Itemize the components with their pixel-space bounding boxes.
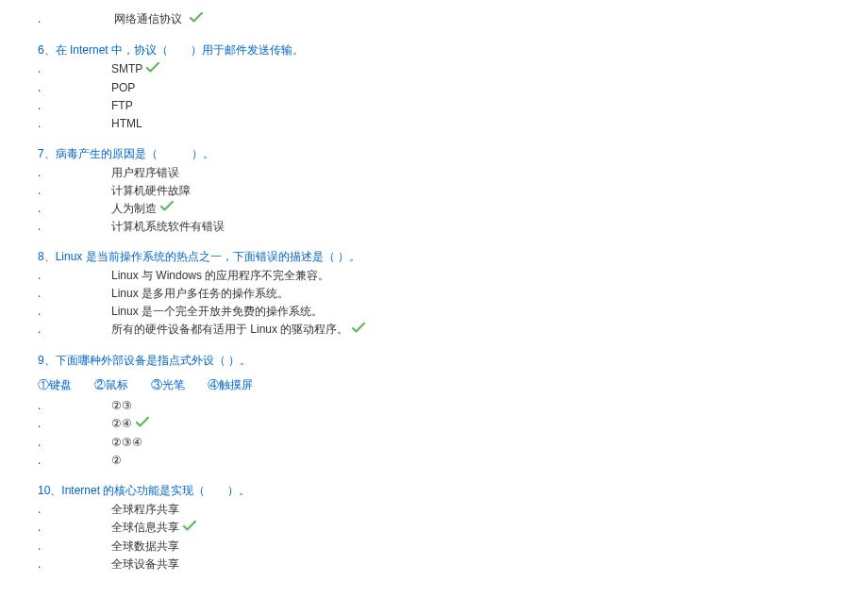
bullet: . — [38, 285, 75, 302]
q6-title: 6、在 Internet 中，协议（ ）用于邮件发送传输。 — [38, 41, 830, 58]
option-text: SMTP — [75, 62, 142, 75]
option-line: .计算机系统软件有错误 — [38, 218, 830, 235]
bullet: . — [38, 60, 75, 77]
bullet: . — [38, 115, 75, 132]
option-line: .②③ — [38, 397, 830, 414]
q8-title: 8、Linux 是当前操作系统的热点之一，下面错误的描述是（ ）。 — [38, 248, 830, 265]
bullet: . — [38, 218, 75, 235]
check-icon — [183, 520, 196, 537]
option-text: ②④ — [75, 417, 132, 430]
option-line: .全球程序共享 — [38, 501, 830, 518]
option-text: 全球程序共享 — [75, 503, 179, 516]
option-text: POP — [75, 81, 135, 94]
q9-subheading: ①键盘 ②鼠标 ③光笔 ④触摸屏 — [38, 376, 830, 393]
bullet: . — [38, 200, 75, 217]
option-text: 人为制造 — [75, 202, 157, 215]
q9-title: 9、下面哪种外部设备是指点式外设（ ）。 — [38, 352, 830, 369]
option-text: ② — [75, 454, 122, 467]
option-line: .Linux 是多用户多任务的操作系统。 — [38, 285, 830, 302]
option-line: .FTP — [38, 97, 830, 114]
check-icon — [146, 61, 159, 78]
option-text: ②③④ — [75, 436, 142, 449]
bullet: . — [38, 321, 75, 338]
option-text: 全球数据共享 — [75, 539, 179, 553]
option-text: 计算机系统软件有错误 — [75, 220, 225, 233]
bullet: . — [38, 538, 75, 555]
option-text: 所有的硬件设备都有适用于 Linux 的驱动程序。 — [75, 323, 348, 336]
check-icon — [190, 11, 203, 28]
option-line: .SMTP — [38, 60, 830, 78]
q10-title: 10、Internet 的核心功能是实现（ ）。 — [38, 482, 830, 499]
option-line: .②④ — [38, 415, 830, 433]
bullet: . — [38, 97, 75, 114]
check-icon — [136, 416, 149, 433]
option-line: .HTML — [38, 115, 830, 132]
option-line: .计算机硬件故障 — [38, 182, 830, 199]
option-line: .用户程序错误 — [38, 164, 830, 181]
option-text: FTP — [75, 99, 133, 112]
option-line: .全球信息共享 — [38, 519, 830, 537]
option-line: .Linux 是一个完全开放并免费的操作系统。 — [38, 303, 830, 320]
option-line: .人为制造 — [38, 200, 830, 218]
option-text: Linux 是多用户多任务的操作系统。 — [75, 287, 289, 300]
bullet: . — [38, 267, 75, 284]
option-line: .②③④ — [38, 434, 830, 451]
bullet: . — [38, 10, 75, 27]
option-line: .全球设备共享 — [38, 556, 830, 573]
option-text: Linux 与 Windows 的应用程序不完全兼容。 — [75, 269, 329, 282]
bullet: . — [38, 434, 75, 451]
option-text: 全球信息共享 — [75, 521, 179, 534]
bullet: . — [38, 79, 75, 96]
option-text: 网络通信协议 — [78, 12, 182, 25]
option-line: .全球数据共享 — [38, 538, 830, 555]
bullet: . — [38, 164, 75, 181]
option-line: .POP — [38, 79, 830, 96]
bullet: . — [38, 397, 75, 414]
option-text: 用户程序错误 — [75, 166, 179, 179]
option-line: .Linux 与 Windows 的应用程序不完全兼容。 — [38, 267, 830, 284]
bullet: . — [38, 501, 75, 518]
bullet: . — [38, 452, 75, 469]
q5-option-trailing: . 网络通信协议 — [38, 10, 830, 28]
option-line: .② — [38, 452, 830, 469]
check-icon — [352, 322, 365, 339]
check-icon — [160, 200, 174, 217]
q7-title: 7、病毒产生的原因是（ ）。 — [38, 145, 830, 162]
option-text: Linux 是一个完全开放并免费的操作系统。 — [75, 305, 323, 318]
option-text: ②③ — [75, 399, 132, 412]
option-text: 计算机硬件故障 — [75, 184, 191, 197]
bullet: . — [38, 182, 75, 199]
bullet: . — [38, 303, 75, 320]
bullet: . — [38, 519, 75, 536]
option-line: .所有的硬件设备都有适用于 Linux 的驱动程序。 — [38, 321, 830, 339]
option-text: HTML — [75, 117, 142, 130]
bullet: . — [38, 415, 75, 432]
option-text: 全球设备共享 — [75, 557, 179, 571]
bullet: . — [38, 556, 75, 573]
